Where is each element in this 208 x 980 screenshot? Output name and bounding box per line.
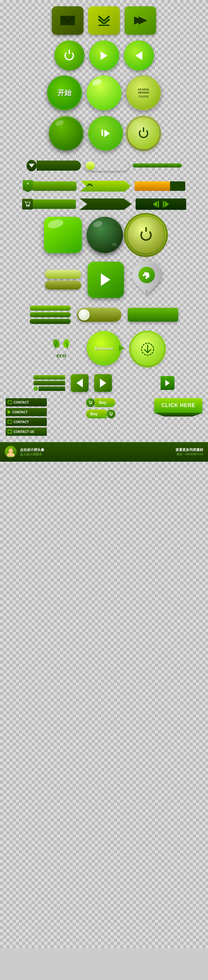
large-toggle-btn[interactable] [77,308,121,322]
row-contact-buy-click: CONTACT CONTACT CONTACT CONTACT [0,395,208,439]
contact-btn-4[interactable]: CONTACT US [6,428,47,436]
envelope-icon [60,14,76,27]
phone-icon-4 [8,430,12,434]
svg-point-21 [7,453,14,457]
power-stem [145,227,147,232]
stacked-bar-1 [30,305,71,311]
arrow-right-icon [133,15,147,26]
download-bar-btn[interactable] [27,160,81,171]
contact-btn-1[interactable]: CONTACT [6,398,47,406]
row-circle-buttons [0,38,208,73]
toggle-handle [86,161,95,170]
click-here-section: CLICK HERE [154,398,202,417]
contact-label-3: CONTACT [14,420,29,424]
cart-bar-btn[interactable] [22,199,76,210]
chevron-down-icon [98,15,110,24]
footer-left-text: 点击设计师头像 [20,447,44,452]
bar-bot [133,169,182,173]
row-progress-bars-1 [0,154,208,177]
buy-label-1: Buy [95,398,115,407]
nav-left-btn[interactable] [71,374,89,392]
toggle-bar-btn[interactable] [85,160,129,171]
green-arrow-square[interactable] [87,262,124,298]
wide-green-rect-btn[interactable] [128,308,178,322]
play-lr-bar[interactable] [136,199,186,210]
pill-bar-1[interactable] [45,270,81,279]
svg-rect-15 [8,430,12,433]
power-icon [65,51,74,60]
design-circle-btn[interactable]: ASADAL DESIGN 开始游戏 [126,76,161,110]
start-circle-btn[interactable]: 开始 [47,76,82,110]
bookmark-bar-left[interactable]: ▲ [23,180,76,192]
buy-buttons-group: Buy Buy [86,398,115,418]
arrow-left-circle-btn[interactable] [124,40,154,70]
pill-bar-2[interactable] [45,281,81,290]
svg-point-8 [63,339,70,348]
dark-ribbon-bar[interactable] [79,199,132,210]
gloss-highlight [92,78,102,86]
row-cart-bars [0,195,208,213]
dark-ribbon-body [79,199,132,210]
start-label: 开始 [57,88,71,98]
power-metallic-large[interactable] [128,217,164,253]
svg-marker-2 [138,16,147,25]
footer: 点击设计师头像 进入设计师图库 查看更多同类素材 微信：uid259887134 [0,442,208,462]
row-bookmark-bars: ▲ [0,177,208,195]
arrow-right-circle-btn[interactable] [89,40,119,70]
location-pin[interactable] [130,261,164,299]
bookmark-bar-body [33,181,76,191]
play-pause-circle[interactable] [88,116,123,151]
contact-btn-2[interactable]: CONTACT [6,408,47,416]
play-left-icon [153,201,159,207]
progress-fill-orange [135,181,170,191]
bar-top [133,158,182,162]
buy-btn-2[interactable]: Buy [86,410,115,418]
big-arrow-right-icon [101,274,110,286]
double-pill-group [45,270,81,290]
buy-btn-1[interactable]: Buy [86,398,115,407]
progress-bar-orange[interactable] [135,181,185,191]
row-text-circles: 开始 ASADAL DESIGN 开始游戏 [0,73,208,113]
eco-btn[interactable]: eco [44,337,79,362]
scroll-btn-end [160,376,175,390]
dark-glossy-circle[interactable] [49,116,83,151]
designer-avatar[interactable] [5,446,17,458]
blank-glossy-circle[interactable] [87,76,121,110]
green-glossy-square[interactable] [44,217,82,253]
cart-bar-body [33,199,76,209]
scroll-expand-bar[interactable] [117,376,175,390]
power-metallic-circle[interactable] [128,118,159,149]
gloss-highlight-sq [47,218,65,230]
small-bookmark-bars[interactable]: i [33,375,65,391]
contact-btn-3[interactable]: CONTACT [6,418,47,426]
business-circle-btn[interactable]: Business [87,331,123,367]
main-container: 开始 ASADAL DESIGN 开始游戏 [0,0,208,948]
download-circle-btn[interactable] [131,332,164,366]
stacked-bars-group[interactable] [30,305,71,324]
triple-bar-group[interactable] [133,158,182,173]
bar-body [37,161,81,171]
play-pause-icon [102,130,110,137]
ribbon-arrow-bar[interactable] [80,181,131,191]
small-bar-3-with-icon[interactable]: i [33,387,65,391]
footer-left[interactable]: 点击设计师头像 进入设计师图库 [5,446,44,458]
click-here-btn[interactable]: CLICK HERE [154,398,202,413]
contact-label-1: CONTACT [14,401,29,404]
arrow-right-square-btn[interactable] [125,6,156,35]
nav-right-btn[interactable] [94,374,112,392]
download-square-btn[interactable] [88,6,120,35]
nav-left-arrow-icon [76,379,83,387]
sphere-gloss-2 [111,243,117,247]
email-square-btn[interactable] [52,6,83,35]
buy-cart-icon-1 [86,398,95,407]
small-bar-2[interactable] [33,381,65,385]
footer-watermark: 微信：uid259887134 [177,452,203,457]
small-bar-1[interactable] [33,375,65,380]
arrow-down-icon [29,164,35,167]
power-circle-btn[interactable] [54,40,84,70]
buy-label-2: Buy [86,410,106,418]
arrow-icon-2 [8,410,11,414]
dark-sphere[interactable] [87,217,123,253]
stacked-bar-2 [30,312,71,317]
small-circle-icon: i [33,387,38,391]
